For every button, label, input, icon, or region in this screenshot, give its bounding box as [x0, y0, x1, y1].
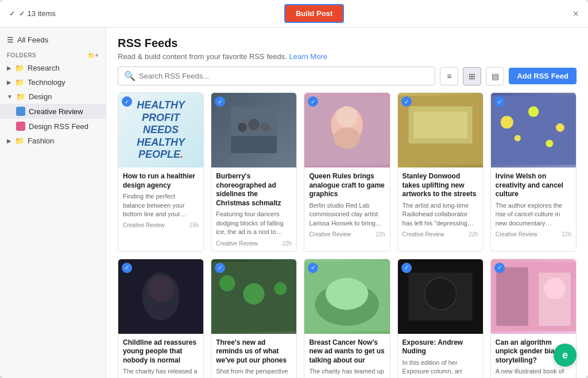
check-icon: ✓	[9, 9, 16, 18]
card-title: Three's new ad reminds us of what we've …	[216, 338, 292, 365]
card-footer: Creative Review 15h	[123, 222, 199, 228]
card-description: The artist and long-time Radiohead colla…	[403, 201, 478, 228]
item-count: ✓ ✓ 13 items	[9, 9, 56, 18]
folders-header: FOLDERS 📁+	[0, 48, 106, 61]
card-description: Shot from the perspective of our phones,…	[216, 367, 292, 378]
compact-view-button[interactable]: ▤	[486, 67, 504, 85]
card-2[interactable]: ✓	[211, 92, 297, 252]
svg-point-1	[238, 123, 247, 132]
card-3[interactable]: ✓ Queen Rules brings analogue craft to g…	[304, 92, 390, 252]
card-title: Queen Rules brings analogue craft to gam…	[309, 172, 385, 199]
folder-icon: 📁	[15, 137, 24, 145]
svg-rect-11	[413, 112, 467, 138]
card-description: Featuring four dancers dodging blocks of…	[216, 210, 292, 236]
card-footer: Creative Review 22h	[403, 231, 478, 237]
learn-more-link[interactable]: Learn More	[289, 52, 327, 61]
card-6[interactable]: ✓ Childline ad reassures young people th…	[118, 259, 204, 378]
emerald-floating-icon[interactable]: e	[554, 344, 577, 367]
search-input[interactable]	[139, 72, 429, 80]
card-body: Irvine Welsh on creativity and cancel cu…	[491, 167, 576, 242]
sidebar: ☰ All Feeds FOLDERS 📁+ ▶ 📁 Research ▶ 📁 …	[0, 28, 106, 378]
main-layout: ☰ All Feeds FOLDERS 📁+ ▶ 📁 Research ▶ 📁 …	[0, 28, 588, 378]
card-5[interactable]: ✓ Irvine Welsh	[490, 92, 577, 252]
card-badge: ✓	[401, 96, 412, 107]
card-time: 22h	[283, 240, 292, 247]
svg-point-34	[544, 278, 565, 299]
card-title: How to run a healthier design agency	[123, 172, 199, 190]
card-source: Creative Review	[403, 231, 444, 237]
all-feeds-label: All Feeds	[17, 36, 48, 44]
content-header: RSS Feeds Read & build content from your…	[106, 28, 588, 67]
list-view-button[interactable]: ≡	[440, 67, 458, 85]
card-title: Burberry's choreographed ad sidelines th…	[216, 172, 292, 208]
arrow-icon: ▼	[7, 93, 13, 100]
content-area: RSS Feeds Read & build content from your…	[106, 28, 588, 378]
title-bar: ✓ ✓ 13 items Build Post ×	[0, 0, 588, 28]
card-description: Finding the perfect balance between your…	[123, 192, 199, 219]
svg-point-20	[148, 275, 174, 302]
card-footer: Creative Review 22h	[216, 240, 292, 247]
card-8[interactable]: ✓ Breast Cancer Now's new ad wants to ge…	[304, 259, 390, 378]
grid-view-button[interactable]: ⊞	[463, 67, 481, 85]
sidebar-item-fashion[interactable]: ▶ 📁 Fashion	[0, 134, 106, 148]
svg-point-16	[514, 135, 521, 141]
svg-point-7	[336, 106, 358, 127]
add-folder-icon[interactable]: 📁+	[88, 52, 99, 59]
svg-point-22	[219, 275, 235, 291]
card-body: Breast Cancer Now's new ad wants to get …	[304, 334, 389, 378]
sidebar-item-technology[interactable]: ▶ 📁 Technology	[0, 75, 106, 89]
card-body: Childline ad reassures young people that…	[118, 334, 203, 378]
card-footer: Creative Review 22h	[309, 231, 385, 237]
folder-label: Design	[29, 92, 52, 101]
design-rss-icon	[16, 122, 25, 131]
card-description: The charity has teamed up with filmmaker…	[309, 367, 385, 378]
arrow-icon: ▶	[7, 138, 11, 144]
card-badge: ✓	[122, 96, 132, 107]
card-4[interactable]: ✓ Stanley Donwood takes uplifting new ar…	[397, 92, 483, 252]
card-time: 22h	[562, 231, 571, 237]
card-source: Creative Review	[496, 231, 537, 237]
card-body: Queen Rules brings analogue craft to gam…	[304, 167, 389, 242]
card-description: The author explores the rise of cancel c…	[496, 201, 571, 228]
folders-title: FOLDERS	[7, 52, 36, 59]
sidebar-item-design-rss-feed[interactable]: Design RSS Feed	[0, 119, 106, 134]
card-text-art: HEALTHY PROFIT NEEDS HEALTHY PEOPLE.	[125, 99, 196, 161]
card-title: Irvine Welsh on creativity and cancel cu…	[496, 172, 571, 199]
svg-point-14	[528, 106, 539, 117]
item-count-label: ✓ 13 items	[19, 9, 56, 18]
card-time: 15h	[189, 222, 199, 228]
card-1[interactable]: ✓ HEALTHY PROFIT NEEDS HEALTHY PEOPLE. H…	[118, 92, 204, 252]
svg-point-23	[243, 283, 265, 304]
card-badge: ✓	[122, 263, 132, 273]
sidebar-item-research[interactable]: ▶ 📁 Research	[0, 61, 106, 75]
card-body: Three's new ad reminds us of what we've …	[211, 334, 296, 378]
svg-point-3	[261, 123, 270, 132]
build-post-button[interactable]: Build Post	[284, 4, 344, 23]
add-rss-feed-button[interactable]: Add RSS Feed	[509, 68, 577, 84]
folder-icon: 📁	[16, 92, 25, 101]
close-button[interactable]: ×	[572, 9, 579, 19]
svg-rect-32	[496, 267, 528, 326]
card-image-svg	[231, 107, 277, 153]
folder-label: Fashion	[28, 137, 54, 145]
sidebar-item-all-feeds[interactable]: ☰ All Feeds	[0, 32, 106, 48]
sidebar-item-creative-review[interactable]: Creative Review	[0, 104, 106, 119]
folder-label: Technology	[28, 78, 65, 87]
card-badge: ✓	[215, 263, 225, 273]
card-body: Burberry's choreographed ad sidelines th…	[211, 167, 296, 251]
sidebar-item-design[interactable]: ▼ 📁 Design	[0, 89, 106, 104]
page-description: Read & build content from your favorite …	[118, 52, 577, 61]
card-9[interactable]: ✓ Exposure: Andrew Nuding In this editio…	[397, 259, 483, 378]
search-icon: 🔍	[124, 71, 136, 81]
svg-point-8	[334, 127, 360, 149]
card-badge: ✓	[401, 263, 412, 273]
card-description: The charity has released a new stop moti…	[123, 367, 199, 378]
sub-item-label: Creative Review	[29, 107, 83, 116]
sub-item-label: Design RSS Feed	[29, 122, 88, 131]
card-badge: ✓	[308, 263, 318, 273]
card-source: Creative Review	[123, 222, 165, 228]
card-title: Breast Cancer Now's new ad wants to get …	[309, 338, 385, 365]
card-7[interactable]: ✓ Three's new ad reminds us of what we'v…	[211, 259, 297, 378]
card-title: Childline ad reassures young people that…	[123, 338, 199, 365]
folder-icon: 📁	[15, 64, 24, 72]
